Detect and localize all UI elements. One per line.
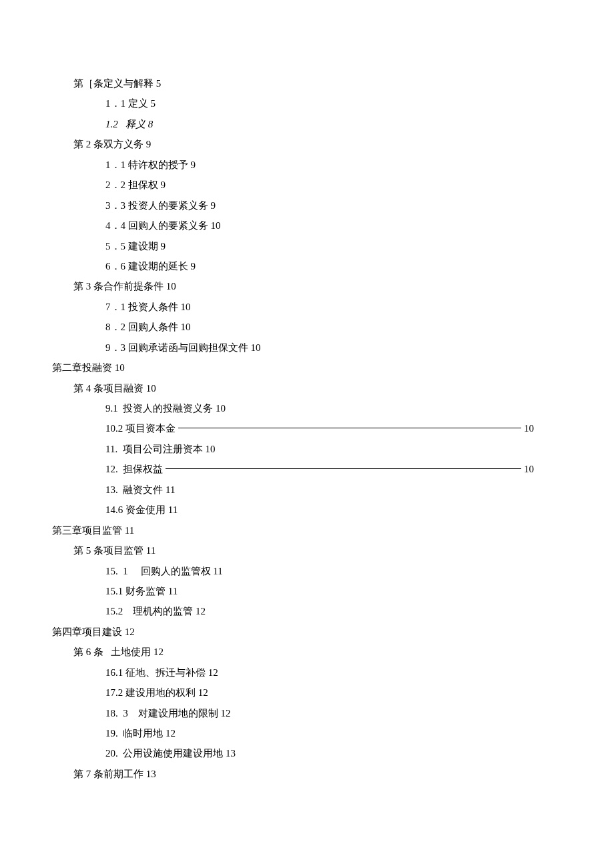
toc-entry-text: 19. 临时用地 12	[105, 723, 176, 743]
toc-entry-text: 第二章投融资 10	[52, 358, 125, 378]
toc-entry: 第 3 条合作前提条件 10	[52, 276, 534, 296]
toc-entry-text: 第 4 条项目融资 10	[73, 378, 156, 398]
toc-entry: 第 4 条项目融资 10	[52, 378, 534, 398]
toc-entry: 1.2 释义 8	[52, 114, 534, 134]
toc-entry-page: 10	[524, 418, 534, 438]
toc-entry: 第三章项目监管 11	[52, 520, 534, 540]
toc-entry: 10.2 项目资本金10	[52, 418, 534, 438]
toc-entry-text: 11. 项目公司注册资本 10	[105, 439, 215, 459]
toc-entry: 12. 担保权益10	[52, 459, 534, 479]
toc-entry: 15.1 财务监管 11	[52, 581, 534, 601]
toc-entry: 13. 融资文件 11	[52, 480, 534, 500]
toc-entry-title: 10.2 项目资本金	[105, 418, 176, 438]
toc-entry: 8．2 回购人条件 10	[52, 317, 534, 337]
toc-entry-text: 6．6 建设期的延长 9	[105, 256, 196, 276]
toc-entry-page: 10	[524, 459, 534, 479]
toc-entry-text: 第 7 条前期工作 13	[73, 764, 156, 784]
toc-entry: 2．2 担保权 9	[52, 175, 534, 195]
toc-leader-line	[166, 459, 521, 469]
toc-entry-text: 3．3 投资人的要紧义务 9	[105, 195, 216, 215]
toc-entry-text: 8．2 回购人条件 10	[105, 317, 191, 337]
toc-entry: 第 2 条双方义务 9	[52, 134, 534, 154]
toc-entry-text: 第三章项目监管 11	[52, 520, 134, 540]
toc-entry-text: 1．1 特许权的授予 9	[105, 155, 196, 175]
toc-entry-text: 13. 融资文件 11	[105, 480, 175, 500]
toc-entry: 14.6 资金使用 11	[52, 500, 534, 520]
toc-entry-text: 18. 3 对建设用地的限制 12	[105, 703, 231, 723]
toc-entry-text: 4．4 回购人的要紧义务 10	[105, 215, 221, 236]
toc-entry: 第［条定义与解释 5	[52, 73, 534, 93]
toc-entry: 18. 3 对建设用地的限制 12	[52, 703, 534, 723]
toc-entry-text: 14.6 资金使用 11	[105, 500, 178, 520]
toc-entry: 第 5 条项目监管 11	[52, 540, 534, 560]
toc-entry-text: 15. 1 回购人的监管权 11	[105, 561, 223, 581]
toc-entry-text: 2．2 担保权 9	[105, 175, 166, 195]
toc-entry: 16.1 征地、拆迁与补偿 12	[52, 663, 534, 683]
toc-entry-title: 12. 担保权益	[105, 459, 163, 479]
toc-entry: 6．6 建设期的延长 9	[52, 256, 534, 276]
toc-entry-text: 第 6 条 土地使用 12	[73, 642, 164, 662]
toc-entry: 第四章项目建设 12	[52, 622, 534, 642]
toc-entry-text: 第 3 条合作前提条件 10	[73, 276, 176, 296]
toc-entry-text: 5．5 建设期 9	[105, 236, 166, 256]
toc-entry: 9.1 投资人的投融资义务 10	[52, 398, 534, 418]
toc-entry: 17.2 建设用地的权利 12	[52, 683, 534, 703]
toc-entry: 第 7 条前期工作 13	[52, 764, 534, 784]
toc-entry-text: 第［条定义与解释 5	[73, 73, 161, 93]
toc-entry: 3．3 投资人的要紧义务 9	[52, 195, 534, 215]
toc-entry: 1．1 定义 5	[52, 93, 534, 113]
toc-entry-text: 第四章项目建设 12	[52, 622, 135, 642]
toc-entry: 4．4 回购人的要紧义务 10	[52, 215, 534, 236]
toc-leader-line	[178, 418, 521, 428]
toc-entry: 19. 临时用地 12	[52, 723, 534, 743]
toc-entry-text: 15.1 财务监管 11	[105, 581, 178, 601]
toc-entry-text: 9.1 投资人的投融资义务 10	[105, 398, 226, 418]
toc-entry-text: 16.1 征地、拆迁与补偿 12	[105, 663, 218, 683]
toc-entry: 20. 公用设施使用建设用地 13	[52, 743, 534, 763]
toc-page: 第［条定义与解释 51．1 定义 51.2 释义 8第 2 条双方义务 91．1…	[0, 0, 614, 784]
toc-entry: 第二章投融资 10	[52, 358, 534, 378]
toc-entry-text: 1.2 释义 8	[105, 114, 153, 134]
toc-entry: 7．1 投资人条件 10	[52, 297, 534, 317]
toc-entry-text: 1．1 定义 5	[105, 93, 156, 113]
toc-entry: 9．3 回购承诺函与回购担保文件 10	[52, 338, 534, 358]
toc-entry-text: 9．3 回购承诺函与回购担保文件 10	[105, 338, 261, 358]
toc-entry: 15. 1 回购人的监管权 11	[52, 561, 534, 581]
toc-entry-text: 第 5 条项目监管 11	[73, 540, 156, 560]
toc-entry-text: 17.2 建设用地的权利 12	[105, 683, 208, 703]
toc-entry: 11. 项目公司注册资本 10	[52, 439, 534, 459]
toc-entry: 15.2 理机构的监管 12	[52, 601, 534, 621]
toc-entry: 第 6 条 土地使用 12	[52, 642, 534, 662]
toc-entry: 5．5 建设期 9	[52, 236, 534, 256]
toc-entry-text: 15.2 理机构的监管 12	[105, 601, 206, 621]
toc-entry-text: 20. 公用设施使用建设用地 13	[105, 743, 236, 763]
toc-entry: 1．1 特许权的授予 9	[52, 155, 534, 175]
toc-entry-text: 第 2 条双方义务 9	[73, 134, 151, 154]
toc-entry-text: 7．1 投资人条件 10	[105, 297, 191, 317]
